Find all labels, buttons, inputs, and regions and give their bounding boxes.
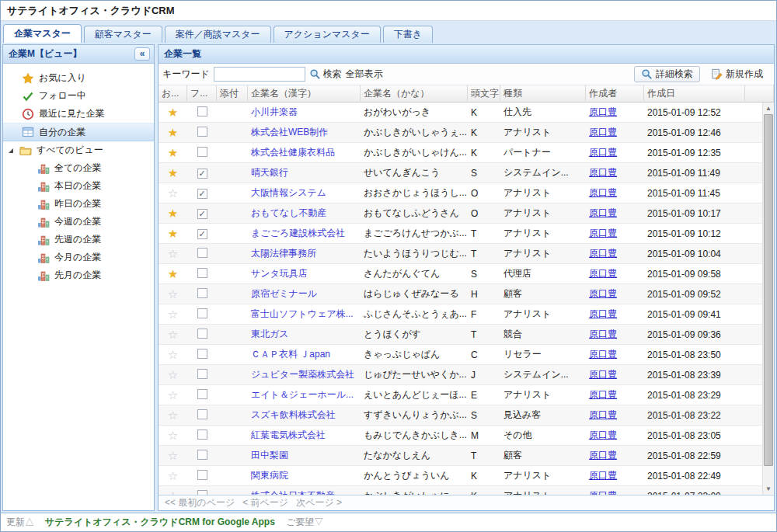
company-name-link[interactable]: 関東病院 [251,470,288,481]
tab-drafts[interactable]: 下書き [383,26,433,43]
favorite-star-icon[interactable]: ☆ [168,187,178,200]
column-header[interactable]: 企業名（漢字） [248,85,361,103]
follow-checkbox[interactable] [197,450,207,460]
show-all-button[interactable]: 全部表示 [346,68,383,81]
favorite-star-icon[interactable]: ★ [168,127,178,139]
follow-checkbox[interactable] [197,409,207,419]
brand-link[interactable]: サテライトオフィス・クラウドCRM for Google Apps [45,516,275,529]
company-name-link[interactable]: エイト＆ジェーホール... [251,389,354,400]
table-row[interactable]: ☆エイト＆ジェーホール...えいとあんどじぇーほ...Eアナリスト原口豊2015… [159,385,762,405]
company-name-link[interactable]: 株式会社WEB制作 [251,127,328,137]
follow-checkbox[interactable] [197,147,207,157]
search-button[interactable]: 検索 [309,68,342,81]
favorite-star-icon[interactable]: ★ [168,106,178,119]
creator-link[interactable]: 原口豊 [589,470,617,481]
create-new-button[interactable]: 新規作成 [704,66,770,82]
company-name-link[interactable]: 株式会社健康衣料品 [251,147,335,158]
table-row[interactable]: ☆太陽法律事務所たいようほうりつじむ...Tアナリスト原口豊2015-01-09… [159,244,762,264]
sidebar-item[interactable]: 先週の企業 [3,231,154,249]
creator-link[interactable]: 原口豊 [589,207,617,218]
favorite-star-icon[interactable]: ☆ [168,450,178,462]
sidebar-item[interactable]: 本日の企業 [3,177,154,195]
table-row[interactable]: ★サンタ玩具店さんたがんぐてんS代理店原口豊2015-01-09 09:58 [159,264,762,284]
follow-checkbox[interactable]: ✓ [197,229,207,239]
follow-checkbox[interactable] [197,106,207,116]
follow-checkbox[interactable] [197,429,207,440]
follow-checkbox[interactable] [197,470,207,480]
favorite-star-icon[interactable]: ☆ [168,288,178,301]
favorite-star-icon[interactable]: ☆ [168,369,178,381]
creator-link[interactable]: 原口豊 [589,389,617,400]
update-link[interactable]: 更新△ [6,516,34,529]
table-row[interactable]: ☆東北ガスとうほくがすT競合原口豊2015-01-09 09:36 [159,325,762,345]
follow-checkbox[interactable] [197,288,207,298]
creator-link[interactable]: 原口豊 [589,329,617,339]
company-name-link[interactable]: おもてなし不動産 [251,207,326,218]
keyword-input[interactable] [214,67,305,82]
follow-checkbox[interactable]: ✓ [197,209,207,219]
favorite-star-icon[interactable]: ★ [168,207,178,220]
creator-link[interactable]: 原口豊 [589,349,617,360]
company-name-link[interactable]: 富士山ソフトウェア株... [251,308,354,319]
follow-checkbox[interactable]: ✓ [197,189,207,199]
table-row[interactable]: ★株式会社WEB制作かぶしきがいしゃうぇ...Kアナリスト原口豊2015-01-… [159,123,762,143]
favorite-star-icon[interactable]: ★ [168,228,178,240]
table-row[interactable]: ☆ＣＡＰ衣料 ＪapanきゃっぷじゃぱんCリセラー原口豊2015-01-08 2… [159,345,762,365]
follow-checkbox[interactable] [197,329,207,339]
company-name-link[interactable]: ジュピター製薬株式会社 [251,369,354,380]
vertical-scrollbar[interactable]: ▲ ▼ [762,103,774,495]
table-row[interactable]: ☆紅葉電気株式会社もみじでんきかぶしき...Mその他原口豊2015-01-08 … [159,426,762,446]
follow-checkbox[interactable] [197,389,207,399]
creator-link[interactable]: 原口豊 [589,429,617,440]
favorite-star-icon[interactable]: ★ [168,167,178,179]
sidebar-item[interactable]: 今週の企業 [3,213,154,231]
favorite-star-icon[interactable]: ☆ [168,308,178,321]
creator-link[interactable]: 原口豊 [589,187,617,198]
table-row[interactable]: ★✓晴天銀行せいてんぎんこうSシステムイン...原口豊2015-01-09 11… [159,163,762,183]
favorite-star-icon[interactable]: ★ [168,147,178,159]
follow-checkbox[interactable] [197,268,207,278]
follow-checkbox[interactable] [197,369,207,379]
table-row[interactable]: ☆株式会社日本不動産かぶしきがいしゃに...Kアナリスト原口豊2015-01-0… [159,486,762,495]
company-name-link[interactable]: 東北ガス [251,329,289,339]
favorite-star-icon[interactable]: ★ [168,268,178,280]
favorite-star-icon[interactable]: ☆ [168,248,178,260]
creator-link[interactable]: 原口豊 [589,409,617,420]
scroll-down-icon[interactable]: ▼ [763,483,774,495]
table-row[interactable]: ★株式会社健康衣料品かぶしきがいしゃけん...Kパートナー原口豊2015-01-… [159,143,762,163]
table-row[interactable]: ★✓まごごろ建設株式会社まごごろけんせつかぶ...Tアナリスト原口豊2015-0… [159,224,762,244]
expander-icon[interactable] [9,148,13,153]
follow-checkbox[interactable] [197,308,207,318]
column-header[interactable]: 企業名（かな） [361,85,468,103]
creator-link[interactable]: 原口豊 [589,127,617,137]
company-name-link[interactable]: スズキ飲料株式会社 [251,409,336,420]
company-name-link[interactable]: 紅葉電気株式会社 [251,429,326,440]
creator-link[interactable]: 原口豊 [589,288,617,299]
follow-checkbox[interactable] [197,127,207,137]
tab-deal-master[interactable]: 案件／商談マスター [165,26,271,43]
creator-link[interactable]: 原口豊 [589,147,617,158]
tab-customer-master[interactable]: 顧客マスター [84,26,162,43]
column-header[interactable]: 添付 [217,85,248,103]
favorite-star-icon[interactable]: ☆ [168,429,178,442]
table-row[interactable]: ☆ジュピター製薬株式会社じゅぴたーせいやくか...Jシステムイン...原口豊20… [159,365,762,385]
company-name-link[interactable]: サンタ玩具店 [251,268,308,279]
company-name-link[interactable]: 晴天銀行 [251,167,288,178]
follow-checkbox[interactable] [197,248,207,258]
company-name-link[interactable]: 小川井楽器 [251,106,298,117]
follow-checkbox[interactable] [197,349,207,359]
favorite-star-icon[interactable]: ☆ [168,389,178,402]
table-row[interactable]: ☆富士山ソフトウェア株...ふじさんそふとうぇあ...Fアナリスト原口豊2015… [159,304,762,325]
sidebar-item[interactable]: お気に入り [3,69,154,87]
table-row[interactable]: ★小川井楽器おがわいがっきK仕入先原口豊2015-01-09 12:52 [159,103,762,123]
column-header[interactable]: フ... [187,85,217,103]
creator-link[interactable]: 原口豊 [589,268,617,279]
column-header[interactable]: 作成日 [644,85,745,103]
company-name-link[interactable]: 太陽法律事務所 [251,248,316,259]
creator-link[interactable]: 原口豊 [589,106,617,117]
favorite-star-icon[interactable]: ☆ [168,470,178,482]
creator-link[interactable]: 原口豊 [589,248,617,259]
tab-action-master[interactable]: アクションマスター [274,26,381,43]
column-header[interactable]: 作成者 [586,85,644,103]
next-page-link[interactable]: 次ページ > [296,496,342,509]
